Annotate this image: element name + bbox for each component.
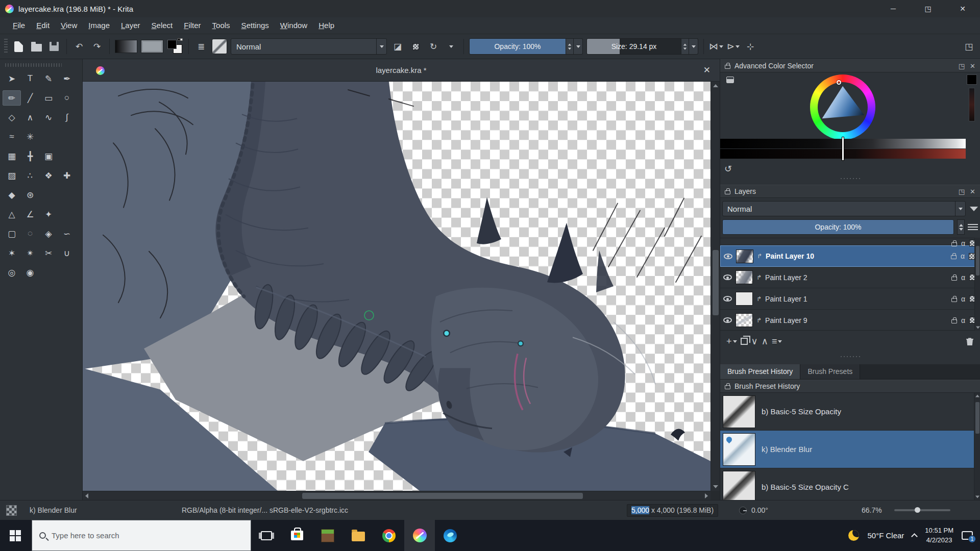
mirror-horizontal-button[interactable]: ⋈ (709, 41, 723, 52)
tool-magnetic-select[interactable]: ∪ (58, 245, 76, 261)
move-layer-up-button[interactable]: ∧ (762, 336, 768, 347)
layer-visibility-icon[interactable] (724, 254, 732, 259)
scroll-up-icon[interactable] (975, 395, 979, 397)
preset-list-scrollbar[interactable] (974, 393, 980, 500)
scroll-down-icon[interactable] (976, 327, 980, 329)
tab-brush-preset-history[interactable]: Brush Preset History (720, 364, 800, 379)
close-button[interactable]: ✕ (945, 0, 980, 17)
lock-icon[interactable] (725, 65, 730, 69)
taskbar-search-box[interactable] (32, 520, 251, 551)
foreground-background-colors[interactable] (167, 38, 183, 55)
tool-rect-select[interactable]: ▢ (3, 226, 21, 241)
reload-preset-button[interactable]: ↻ (426, 39, 440, 54)
zoom-value[interactable]: 66.7% (862, 500, 882, 520)
new-document-button[interactable] (11, 39, 26, 54)
edge-button[interactable] (435, 520, 465, 551)
layer-lock-icon[interactable] (951, 319, 957, 323)
chevron-down-icon[interactable] (376, 39, 386, 54)
menu-filter[interactable]: Filter (178, 17, 206, 34)
gradient-chooser[interactable] (115, 40, 137, 53)
brush-preset-chooser[interactable] (212, 39, 227, 54)
size-slider[interactable]: Size: 29.14 px (586, 38, 681, 55)
toolbar-grip[interactable] (4, 39, 8, 54)
tool-transform[interactable]: ▦ (3, 148, 21, 164)
layer-blending-mode-dropdown[interactable]: Normal (722, 201, 966, 216)
layer-name[interactable]: Paint Layer 1 (765, 295, 948, 303)
canvas-horizontal-scrollbar[interactable] (83, 491, 710, 500)
size-dropdown-icon[interactable] (689, 38, 698, 55)
tool-bezier-select[interactable]: ✂ (39, 245, 58, 261)
layers-header[interactable]: Layers ◳ ✕ (720, 185, 980, 198)
last-used-color-swatch[interactable] (967, 74, 977, 85)
tool-fill[interactable]: ◆ (3, 187, 21, 203)
tool-move[interactable]: ╋ (21, 148, 39, 164)
image-dimensions-field[interactable]: 5,000 x 4,000 (196.8 MiB) (627, 504, 718, 517)
tool-multibrush[interactable]: ✳ (21, 129, 39, 144)
brush-preset-row[interactable]: b) Basic-5 Size Opacity C (720, 468, 980, 500)
menu-help[interactable]: Help (313, 17, 340, 34)
lock-icon[interactable] (725, 385, 730, 389)
minecraft-button[interactable] (312, 520, 343, 551)
workspace-chooser-button[interactable]: ◳ (962, 39, 976, 54)
blending-mode-dropdown[interactable]: Normal (231, 38, 387, 55)
tool-crop[interactable]: ▣ (39, 148, 58, 164)
color-selector-header[interactable]: Advanced Color Selector ◳ ✕ (720, 59, 980, 72)
scroll-thumb[interactable] (976, 246, 979, 276)
layer-alpha-icon[interactable]: α (961, 316, 965, 324)
color-triangle[interactable] (821, 85, 865, 129)
tool-measure[interactable]: ∠ (21, 207, 39, 222)
layer-lock-icon[interactable] (951, 242, 957, 246)
tool-polygon-select[interactable]: ◈ (39, 226, 58, 241)
document-close-icon[interactable]: ✕ (703, 59, 710, 82)
chevron-down-icon[interactable] (955, 202, 965, 216)
opacity-slider[interactable]: Opacity: 100% (469, 38, 566, 55)
restore-button[interactable]: ◳ (911, 0, 945, 17)
close-docker-icon[interactable]: ✕ (970, 62, 975, 70)
delete-layer-button[interactable] (966, 337, 974, 346)
preserve-alpha-button[interactable] (408, 39, 423, 54)
layer-lock-icon[interactable] (951, 255, 957, 259)
tool-line[interactable]: ╱ (21, 90, 39, 106)
selector-settings-icon[interactable] (726, 77, 734, 83)
menu-layer[interactable]: Layer (115, 17, 146, 34)
krita-taskbar-button[interactable] (404, 520, 435, 551)
tool-ellipse[interactable]: ○ (58, 90, 76, 106)
scroll-up-icon[interactable] (713, 84, 718, 87)
chrome-button[interactable] (374, 520, 404, 551)
microsoft-store-button[interactable] (282, 520, 312, 551)
float-docker-icon[interactable]: ◳ (959, 62, 965, 70)
reset-colors-icon[interactable] (178, 38, 183, 41)
docker-resize-handle[interactable] (839, 177, 862, 180)
search-input[interactable] (52, 531, 220, 540)
layer-menu-icon[interactable] (968, 224, 978, 230)
tool-text[interactable]: T (21, 71, 39, 86)
tab-brush-presets[interactable]: Brush Presets (800, 364, 860, 379)
move-layer-down-button[interactable]: ∨ (751, 336, 758, 347)
scroll-down-icon[interactable] (713, 485, 718, 488)
tool-shape-select[interactable]: ➤ (3, 71, 21, 86)
start-button[interactable] (0, 520, 31, 551)
layer-row-partial[interactable]: α (720, 238, 980, 245)
layer-row[interactable]: ↱ Paint Layer 2 α (720, 267, 980, 288)
task-view-button[interactable] (251, 520, 282, 551)
refresh-icon[interactable]: ↺ (724, 163, 732, 174)
tool-edit-shapes[interactable]: ✎ (39, 71, 58, 86)
close-docker-icon[interactable]: ✕ (970, 188, 975, 195)
layer-row[interactable]: ↱ Paint Layer 9 α (720, 310, 980, 331)
menu-image[interactable]: Image (83, 17, 115, 34)
brush-preset-row[interactable]: b) Basic-5 Size Opacity (720, 393, 980, 431)
tool-patterns[interactable]: ❖ (39, 168, 58, 183)
tool-dynamic-brush[interactable]: ≈ (3, 129, 21, 144)
menu-select[interactable]: Select (146, 17, 179, 34)
vertical-scroll-thumb[interactable] (713, 250, 719, 315)
canvas-viewport[interactable] (83, 82, 710, 491)
mirror-vertical-button[interactable]: ⊳ (727, 41, 740, 52)
layer-alpha-icon[interactable]: α (961, 273, 965, 282)
file-explorer-button[interactable] (343, 520, 374, 551)
tool-rectangle[interactable]: ▭ (39, 90, 58, 106)
minimize-button[interactable]: ─ (876, 0, 911, 17)
layer-properties-button[interactable]: ≡ (772, 336, 782, 347)
trim-icon[interactable]: ⊹ (743, 39, 757, 54)
pattern-chooser[interactable] (141, 40, 163, 53)
layer-name[interactable]: Paint Layer 2 (765, 273, 948, 282)
